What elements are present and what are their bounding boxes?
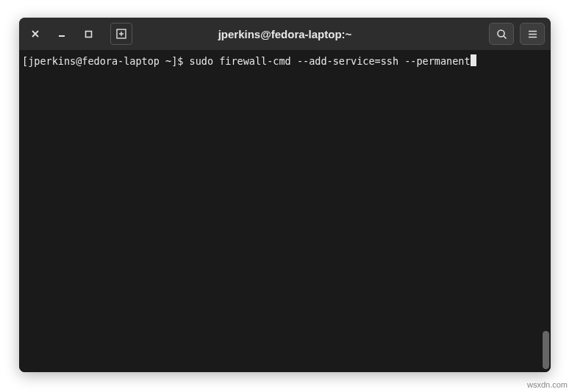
close-icon (31, 29, 40, 38)
window-controls-left (25, 23, 132, 45)
menu-button[interactable] (520, 23, 545, 45)
maximize-icon (85, 30, 93, 38)
new-tab-icon (115, 28, 127, 40)
close-button[interactable] (25, 24, 46, 44)
terminal-line: [jperkins@fedora-laptop ~]$ sudo firewal… (22, 54, 548, 68)
minimize-button[interactable] (51, 24, 72, 44)
minimize-icon (57, 29, 66, 38)
scrollbar[interactable] (543, 331, 549, 369)
command-text: sudo firewall-cmd --add-service=ssh --pe… (190, 55, 471, 67)
window-title: jperkins@fedora-laptop:~ (218, 28, 352, 40)
titlebar: jperkins@fedora-laptop:~ (19, 18, 551, 50)
svg-point-2 (498, 30, 504, 37)
prompt: [jperkins@fedora-laptop ~]$ (22, 55, 190, 67)
hamburger-icon (527, 29, 538, 40)
window-controls-right (489, 23, 545, 45)
search-icon (496, 29, 507, 40)
terminal-body[interactable]: [jperkins@fedora-laptop ~]$ sudo firewal… (19, 50, 551, 372)
search-button[interactable] (489, 23, 514, 45)
new-tab-button[interactable] (110, 23, 132, 45)
maximize-button[interactable] (78, 24, 99, 44)
svg-rect-0 (85, 31, 91, 37)
cursor (471, 54, 476, 66)
terminal-window: jperkins@fedora-laptop:~ [jperkins@fedor… (19, 18, 551, 372)
watermark: wsxdn.com (527, 380, 568, 389)
